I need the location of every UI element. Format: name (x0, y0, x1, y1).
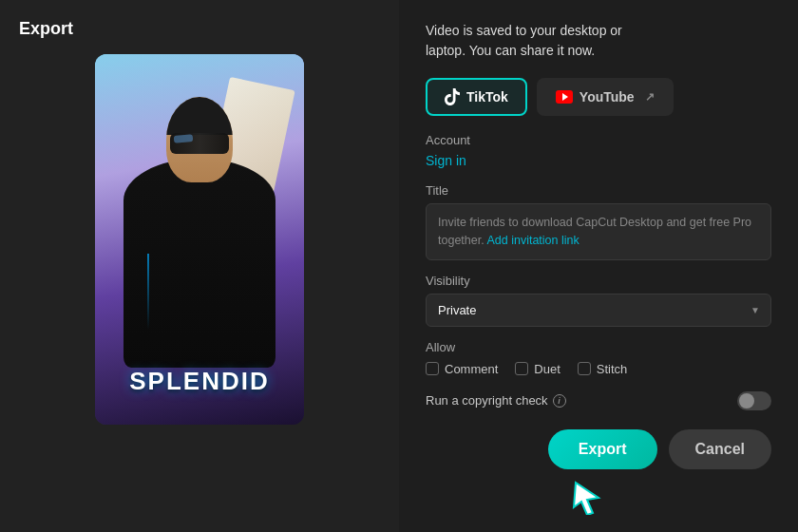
visibility-section: Visibility Private Public Unlisted ▼ (426, 274, 771, 327)
sign-in-link[interactable]: Sign in (426, 153, 771, 168)
info-icon: i (553, 394, 566, 408)
stitch-checkbox[interactable] (578, 362, 591, 375)
comment-checkbox[interactable] (426, 362, 439, 375)
title-label: Title (426, 183, 771, 198)
copyright-label: Run a copyright check i (426, 393, 566, 408)
youtube-icon (556, 90, 573, 104)
video-preview: SPLENDID (95, 54, 304, 425)
action-row: Export Cancel (426, 429, 771, 469)
visibility-label: Visibility (426, 274, 771, 288)
checkboxes-row: Comment Duet Stitch (426, 362, 771, 376)
checkbox-duet[interactable]: Duet (515, 362, 560, 376)
checkbox-comment[interactable]: Comment (426, 362, 498, 376)
checkbox-stitch[interactable]: Stitch (578, 362, 628, 376)
account-section: Account Sign in (426, 133, 771, 183)
save-message: Video is saved to your desktop or laptop… (426, 21, 771, 61)
invitation-link[interactable]: Add invitation link (486, 234, 579, 247)
title-placeholder-text: Invite friends to download CapCut Deskto… (438, 216, 751, 247)
cancel-button[interactable]: Cancel (669, 429, 771, 469)
tab-youtube[interactable]: YouTube ↗ (537, 78, 674, 116)
visibility-select-wrapper: Private Public Unlisted ▼ (426, 294, 771, 327)
account-label: Account (426, 133, 771, 147)
right-panel: Video is saved to your desktop or laptop… (399, 0, 798, 532)
allow-label: Allow (426, 340, 771, 354)
allow-section: Allow Comment Duet Stitch (426, 340, 771, 376)
left-panel: Export SP (0, 0, 399, 532)
export-button[interactable]: Export (548, 429, 657, 469)
tiktok-icon (445, 88, 460, 105)
copyright-toggle[interactable] (737, 391, 771, 410)
platform-tabs: TikTok YouTube ↗ (426, 78, 771, 116)
video-text: SPLENDID (95, 367, 304, 396)
tab-tiktok[interactable]: TikTok (426, 78, 527, 116)
toggle-knob (739, 393, 754, 408)
title-section: Title Invite friends to download CapCut … (426, 183, 771, 260)
external-link-icon: ↗ (645, 90, 655, 104)
duet-checkbox[interactable] (515, 362, 528, 375)
title-input-box[interactable]: Invite friends to download CapCut Deskto… (426, 203, 771, 260)
export-title: Export (19, 19, 73, 39)
visibility-select[interactable]: Private Public Unlisted (426, 294, 771, 327)
copyright-row: Run a copyright check i (426, 391, 771, 410)
